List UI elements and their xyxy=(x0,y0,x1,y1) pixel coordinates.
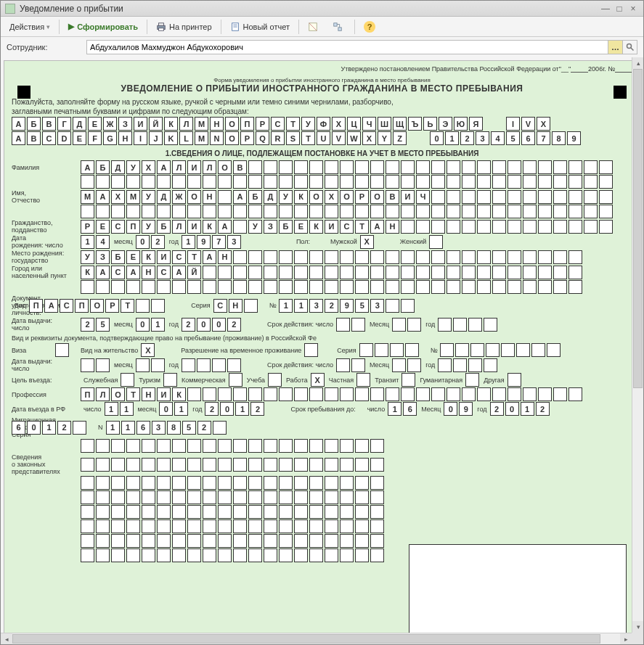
cell: 1 xyxy=(105,402,118,416)
cell xyxy=(340,476,354,490)
cell xyxy=(501,343,515,357)
cell: 1 xyxy=(121,421,135,435)
close-button[interactable]: × xyxy=(627,4,639,14)
inline-label: Гуманитарная xyxy=(420,377,462,384)
cell xyxy=(401,160,415,174)
cell xyxy=(325,505,338,519)
cell xyxy=(402,373,415,387)
cell xyxy=(126,458,140,472)
cell xyxy=(218,476,232,490)
scroll-thumb-h[interactable] xyxy=(12,634,600,644)
cell: 2 xyxy=(81,318,94,332)
inline-label: Работа xyxy=(286,377,308,384)
cell: 0 xyxy=(136,318,150,332)
cell xyxy=(279,439,293,453)
cell xyxy=(157,476,171,490)
new-report-button[interactable]: Новый отчет xyxy=(226,19,294,35)
row-label: Цель въезда: xyxy=(12,377,81,384)
cell xyxy=(492,387,506,401)
cell: 1 xyxy=(174,402,188,416)
cell xyxy=(248,280,262,294)
cell xyxy=(187,534,201,548)
cell xyxy=(407,318,421,332)
cell xyxy=(538,175,552,189)
cell xyxy=(264,490,277,504)
cell xyxy=(233,266,247,279)
cell xyxy=(203,439,216,453)
vertical-scrollbar[interactable]: ▴ ▾ xyxy=(632,57,643,633)
cell: T xyxy=(301,131,315,145)
inline-label: Разрешение на временное проживание xyxy=(181,347,301,354)
cell xyxy=(81,505,94,519)
tool-icon-1[interactable] xyxy=(303,19,325,35)
cell xyxy=(351,318,365,332)
tool-icon-2[interactable] xyxy=(328,19,350,35)
employee-picker[interactable]: … xyxy=(608,40,623,54)
inline-label: месяц xyxy=(138,406,157,413)
cell: Р xyxy=(256,117,269,131)
scroll-down[interactable]: ▾ xyxy=(632,621,643,633)
scroll-left[interactable]: ◂ xyxy=(1,633,12,644)
cell xyxy=(386,175,399,189)
cell xyxy=(351,358,365,372)
cell xyxy=(355,458,369,472)
cell xyxy=(568,250,582,264)
cell: Е xyxy=(88,117,102,131)
cell: Ф xyxy=(317,117,330,131)
inline-label: Месяц xyxy=(421,406,441,413)
inline-label: год xyxy=(425,321,435,328)
cell: К xyxy=(142,250,155,264)
cell xyxy=(81,358,94,372)
cell: С xyxy=(111,220,125,234)
cell: E xyxy=(73,131,86,145)
cell xyxy=(309,387,323,401)
cell: Б xyxy=(248,190,262,204)
maximize-button[interactable]: □ xyxy=(614,4,625,14)
cell xyxy=(203,534,216,548)
actions-menu[interactable]: Действия▾ xyxy=(5,19,54,35)
cell: 9 xyxy=(459,402,473,416)
scroll-right[interactable]: ▸ xyxy=(620,633,632,644)
inline-label: месяц xyxy=(114,321,133,328)
scroll-thumb-v[interactable] xyxy=(633,69,643,388)
minimize-button[interactable]: — xyxy=(600,4,611,14)
printer-button[interactable]: На принтер xyxy=(152,19,216,35)
employee-search[interactable] xyxy=(623,40,637,54)
cell xyxy=(233,505,247,519)
cell: Б xyxy=(279,220,293,234)
generate-button[interactable]: ▶Сформировать xyxy=(64,19,142,35)
cell xyxy=(96,476,110,490)
cell: У xyxy=(248,220,262,234)
cell xyxy=(172,476,186,490)
cell: 2 xyxy=(325,299,338,313)
cell xyxy=(264,266,277,279)
cell xyxy=(218,458,232,472)
cell xyxy=(355,160,369,174)
cell: З xyxy=(96,250,110,264)
svg-rect-1 xyxy=(159,22,164,25)
cell: И xyxy=(187,160,201,174)
signature-box xyxy=(409,544,627,641)
horizontal-scrollbar[interactable]: ◂ ▸ xyxy=(1,633,632,644)
employee-input[interactable] xyxy=(86,40,608,54)
cell xyxy=(386,250,399,264)
cell xyxy=(279,505,293,519)
inline-label: Женский xyxy=(400,238,427,245)
cell: В xyxy=(386,190,399,204)
cell: О xyxy=(370,190,384,204)
cell xyxy=(340,505,354,519)
cell: X xyxy=(141,343,155,357)
scroll-up[interactable]: ▴ xyxy=(632,57,643,69)
cell xyxy=(172,549,186,562)
cell: 6 xyxy=(12,421,25,435)
cell: С xyxy=(271,117,285,131)
cell: 2 xyxy=(182,318,195,332)
scroll-corner xyxy=(632,633,643,644)
help-button[interactable]: ? xyxy=(359,19,380,35)
inline-label: число xyxy=(367,406,386,413)
cell: X xyxy=(362,131,376,145)
cell: Р xyxy=(355,190,369,204)
cell xyxy=(462,266,476,279)
cell xyxy=(370,476,384,490)
cell xyxy=(248,175,262,189)
